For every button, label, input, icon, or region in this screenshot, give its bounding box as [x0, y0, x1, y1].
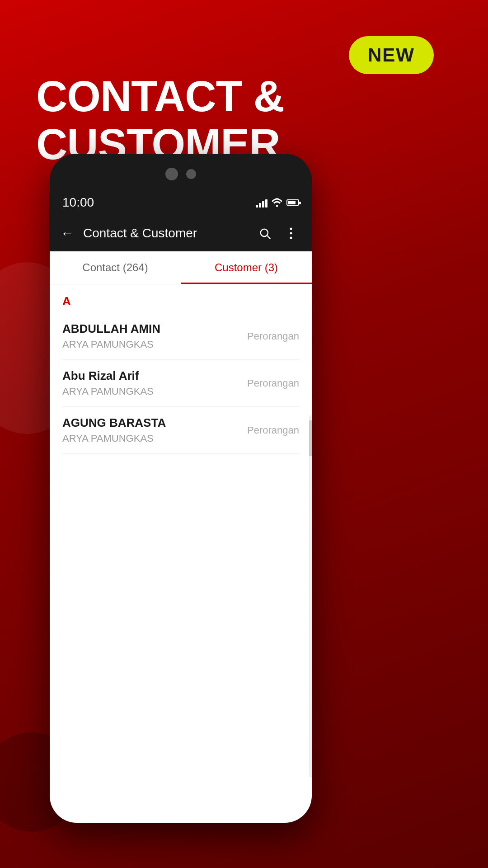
- phone-top-bar: [50, 154, 312, 190]
- scrollbar-thumb[interactable]: [309, 420, 312, 456]
- app-header-title: Contact & Customer: [83, 226, 249, 241]
- contact-type: Perorangan: [247, 377, 299, 389]
- signal-icon: [256, 198, 267, 208]
- tab-customer[interactable]: Customer (3): [181, 251, 312, 284]
- tab-contact[interactable]: Contact (264): [50, 251, 181, 284]
- back-button[interactable]: ←: [61, 226, 74, 241]
- wifi-icon: [271, 198, 283, 207]
- status-bar: 10:00: [50, 190, 312, 215]
- phone-mockup: 10:00: [50, 154, 312, 823]
- more-options-button[interactable]: [281, 223, 301, 243]
- list-item[interactable]: AGUNG BARASTA ARYA PAMUNGKAS Perorangan: [62, 407, 299, 454]
- battery-icon: [286, 199, 299, 206]
- tabs-container: Contact (264) Customer (3): [50, 251, 312, 284]
- search-button[interactable]: [255, 223, 275, 243]
- status-icons: [256, 198, 299, 208]
- contact-sub: ARYA PAMUNGKAS: [62, 386, 154, 397]
- svg-point-4: [290, 232, 292, 235]
- camera-dot-secondary: [186, 169, 196, 179]
- list-item[interactable]: ABDULLAH AMIN ARYA PAMUNGKAS Perorangan: [62, 313, 299, 360]
- contact-type: Perorangan: [247, 425, 299, 436]
- svg-point-3: [290, 228, 292, 230]
- new-badge: NEW: [349, 36, 434, 74]
- contact-type: Perorangan: [247, 330, 299, 342]
- contact-name: AGUNG BARASTA: [62, 416, 166, 430]
- content-area: A ABDULLAH AMIN ARYA PAMUNGKAS Peroranga…: [50, 284, 312, 823]
- contact-sub: ARYA PAMUNGKAS: [62, 339, 160, 350]
- svg-line-2: [267, 236, 270, 238]
- status-time: 10:00: [62, 195, 94, 210]
- app-header: ← Contact & Customer: [50, 215, 312, 251]
- scrollbar-track: [309, 415, 312, 777]
- list-item[interactable]: Abu Rizal Arif ARYA PAMUNGKAS Perorangan: [62, 360, 299, 407]
- contact-name: ABDULLAH AMIN: [62, 322, 160, 336]
- contact-sub: ARYA PAMUNGKAS: [62, 433, 166, 444]
- contact-name: Abu Rizal Arif: [62, 369, 154, 383]
- camera-dot-main: [165, 168, 178, 180]
- svg-point-5: [290, 237, 292, 239]
- svg-point-0: [276, 205, 278, 207]
- section-letter-a: A: [62, 284, 299, 313]
